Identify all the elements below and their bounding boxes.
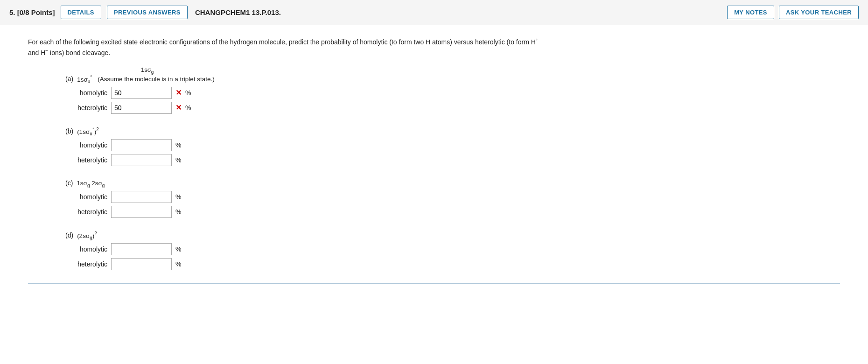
part-a-homolytic-label: homolytic [65,89,107,97]
part-c-homolytic-label: homolytic [65,193,107,201]
part-a-orbital-above: 1sσg [141,66,840,75]
question-text: For each of the following excited state … [28,36,541,58]
part-b-heterolytic-input[interactable] [111,154,172,166]
part-d-heterolytic-label: heterolytic [65,260,107,268]
part-a-orbital: 1sσu* [77,75,92,84]
content-area: For each of the following excited state … [0,25,868,303]
my-notes-button[interactable]: MY NOTES [727,6,774,19]
part-d: (d) (2sσg)2 homolytic % heterolytic % [65,231,840,270]
part-d-orbital-line: (d) (2sσg)2 [65,231,840,240]
part-a-label: (a) [65,75,73,83]
part-b-heterolytic-percent: % [175,156,181,164]
part-a-heterolytic-row: heterolytic ✕ % [65,102,840,114]
part-a-homolytic-error-icon: ✕ [175,88,182,97]
part-c-homolytic-input[interactable] [111,191,172,203]
part-b-homolytic-row: homolytic % [65,139,840,151]
part-d-label: (d) [65,231,73,239]
part-b-heterolytic-row: heterolytic % [65,154,840,166]
part-c: (c) 1sσg 2sσg homolytic % heterolytic % [65,179,840,218]
part-b-heterolytic-label: heterolytic [65,156,107,164]
part-a-heterolytic-input[interactable] [111,102,172,114]
part-a-homolytic-percent: % [185,89,191,97]
part-c-label: (c) [65,179,73,187]
bottom-divider [28,283,840,284]
part-b-homolytic-percent: % [175,141,181,149]
part-d-homolytic-row: homolytic % [65,243,840,255]
part-d-heterolytic-percent: % [175,260,181,268]
part-c-heterolytic-row: heterolytic % [65,206,840,218]
part-d-homolytic-percent: % [175,245,181,253]
part-a-orbital-line: (a) 1sσu* (Assume the molecule is in a t… [65,75,840,84]
part-b-homolytic-label: homolytic [65,141,107,149]
part-d-homolytic-input[interactable] [111,243,172,255]
part-a-homolytic-input[interactable] [111,87,172,99]
part-c-heterolytic-percent: % [175,208,181,216]
part-c-homolytic-percent: % [175,193,181,201]
question-label: 5. [0/8 Points] [9,8,55,16]
part-a-heterolytic-percent: % [185,104,191,112]
part-b: (b) (1sσu*)2 homolytic % heterolytic % [65,127,840,166]
part-d-heterolytic-input[interactable] [111,258,172,270]
details-button[interactable]: DETAILS [61,6,101,19]
part-a-homolytic-row: homolytic ✕ % [65,87,840,99]
part-c-homolytic-row: homolytic % [65,191,840,203]
part-c-orbital-line: (c) 1sσg 2sσg [65,179,840,188]
part-a-heterolytic-label: heterolytic [65,104,107,112]
part-d-orbital: (2sσg)2 [77,231,97,240]
ask-teacher-button[interactable]: ASK YOUR TEACHER [779,6,859,19]
problem-code: CHANGPCHEM1 13.P.013. [195,8,281,16]
part-c-orbital: 1sσg 2sσg [77,180,105,188]
part-b-orbital-line: (b) (1sσu*)2 [65,127,840,136]
part-c-heterolytic-label: heterolytic [65,208,107,216]
part-a: 1sσg (a) 1sσu* (Assume the molecule is i… [65,66,840,114]
part-b-orbital: (1sσu*)2 [77,127,99,136]
part-b-label: (b) [65,127,73,135]
part-d-homolytic-label: homolytic [65,245,107,253]
part-b-homolytic-input[interactable] [111,139,172,151]
header-bar: 5. [0/8 Points] DETAILS PREVIOUS ANSWERS… [0,0,868,25]
part-a-heterolytic-error-icon: ✕ [175,103,182,112]
part-a-note: (Assume the molecule is in a triplet sta… [98,76,215,83]
part-d-heterolytic-row: heterolytic % [65,258,840,270]
part-c-heterolytic-input[interactable] [111,206,172,218]
previous-answers-button[interactable]: PREVIOUS ANSWERS [107,6,188,19]
